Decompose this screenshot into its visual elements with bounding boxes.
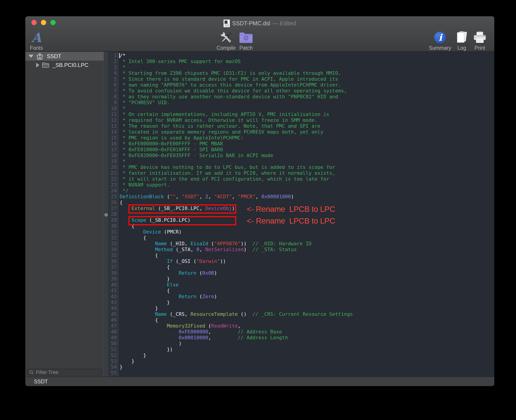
line-number: 19 (108, 158, 117, 164)
rename-annotation-1: <- Rename LPCB to LPC (247, 204, 335, 214)
code-line: * To avoid confusion we disable this dev… (120, 88, 494, 94)
line-number: 24 (108, 188, 117, 194)
line-number: 50 (108, 341, 117, 346)
code-line: * PMC region is used by AppleIntelPCHPMC… (120, 135, 494, 141)
code-line: * required for NVRAM access. Otherwise i… (120, 117, 494, 123)
line-number: 35 (108, 253, 117, 258)
code-line: * PMC device has nothing to do to LPC bu… (120, 164, 494, 170)
code-line: Name (_CRS, ResourceTemplate () // _CRS:… (120, 311, 494, 317)
app-window: SSDT-PMC.dsl — Edited A Fonts (25, 16, 494, 386)
line-number: 18 (108, 153, 117, 158)
code-line: * NVRAM support. (120, 182, 494, 188)
code-line: * 0xFE000000~0xFE00FFFF - PMC MBAR (120, 141, 494, 147)
line-number: 54 (108, 364, 117, 370)
print-label: Print (474, 45, 485, 51)
code-line: * The reason for this is rather unclear.… (120, 123, 494, 129)
line-number: 49 (108, 335, 117, 341)
line-number: 34 (108, 247, 117, 253)
window-edited-flag: — Edited (273, 20, 296, 27)
line-number: 44 (108, 305, 117, 311)
line-number: 17 (108, 147, 117, 153)
line-number: 55 (108, 370, 117, 376)
code-line: Return (Zero) (120, 294, 494, 300)
line-number: 4 (108, 70, 117, 76)
line-number: 43 (108, 300, 117, 305)
code-line: 0xFE000000, // Address Base (120, 329, 494, 335)
tree-item-ssdt[interactable]: SSDT (25, 52, 104, 60)
sidebar-tree-panel: SSDT _SB.PCI0.LPC (25, 52, 104, 377)
code-line: { (120, 253, 494, 258)
toolbar: A Fonts (25, 30, 494, 51)
tree-item-sb-pci0-lpc[interactable]: _SB.PCI0.LPC (25, 60, 104, 69)
line-number: 52 (108, 352, 117, 358)
line-number: 6 (108, 82, 117, 88)
line-number: 10 (108, 105, 117, 112)
tree-item-label: SSDT (47, 53, 61, 60)
line-number: 29 (108, 217, 117, 223)
disclosure-right-icon[interactable] (36, 63, 39, 68)
code-line: { (120, 317, 494, 323)
code-line: * 0xFE010000~0xFE010FFF - SPI BAR0 (120, 147, 494, 153)
code-line: } (120, 300, 494, 305)
code-line: }) (120, 346, 494, 352)
code-line: 0x00010000, // Address Length (120, 335, 494, 341)
code-line: { (120, 288, 494, 294)
print-button[interactable]: Print (463, 30, 494, 51)
bookmark-dot (105, 213, 108, 217)
code-line: * Intel 300-series PMC support for macOS (120, 59, 494, 64)
disclosure-down-icon[interactable] (29, 55, 33, 58)
line-number: 47 (108, 323, 117, 329)
code-line: * faster initialisation. If we add it to… (120, 170, 494, 176)
line-number: 7 (108, 88, 117, 94)
filter-tree-input[interactable] (36, 369, 98, 375)
line-number: 9 (108, 100, 117, 105)
window-header: SSDT-PMC.dsl — Edited A Fonts (25, 16, 494, 52)
code-line: } (120, 276, 494, 282)
line-number: 40 (108, 282, 117, 288)
code-line: * Starting from Z390 chipsets PMC (D31:F… (120, 70, 494, 76)
line-number: 5 (108, 76, 117, 82)
titlebar: SSDT-PMC.dsl — Edited (25, 16, 494, 30)
line-number: 53 (108, 358, 117, 364)
line-number: 39 (108, 276, 117, 282)
fonts-button[interactable]: A Fonts (25, 30, 53, 51)
document-icon (224, 20, 230, 27)
code-area[interactable]: /* * Intel 300-series PMC support for ma… (118, 52, 494, 377)
code-line: * (120, 158, 494, 164)
line-number: 13 (108, 123, 117, 129)
patch-icon: ⚙ (239, 30, 253, 45)
code-line: * On certain implementations, including … (120, 112, 494, 117)
line-numbers: 1234567891011121314151617181920212223242… (108, 52, 118, 377)
line-number: 8 (108, 94, 117, 100)
code-line: * located in separate memory regions and… (120, 129, 494, 135)
line-number: 37 (108, 264, 117, 270)
main-content: SSDT _SB.PCI0.LPC 1 (25, 52, 494, 377)
code-line: } (120, 358, 494, 364)
line-number: 21 (108, 170, 117, 176)
code-line: Device (PMCR) (120, 229, 494, 235)
code-editor: 1234567891011121314151617181920212223242… (104, 52, 494, 377)
line-number: 36 (108, 258, 117, 264)
line-number: 30 (108, 223, 117, 229)
window-title-group: SSDT-PMC.dsl — Edited (25, 16, 494, 30)
filter-tree-field[interactable] (27, 369, 102, 376)
code-line: Else (120, 282, 494, 288)
line-number: 38 (108, 270, 117, 276)
patch-label: Patch (239, 45, 253, 51)
text-caret (119, 53, 120, 58)
code-line: /* (120, 53, 494, 59)
fonts-icon: A (31, 30, 41, 45)
patch-button[interactable]: ⚙ Patch (229, 30, 263, 51)
line-number: 42 (108, 294, 117, 300)
code-line: ) (120, 341, 494, 346)
line-number: 15 (108, 135, 117, 141)
status-path: SSDT (34, 379, 48, 385)
line-number: 3 (108, 64, 117, 70)
house-icon (36, 53, 44, 60)
code-line: Return (0x0B) (120, 270, 494, 276)
code-line: } (120, 364, 494, 370)
line-number: 51 (108, 346, 117, 352)
line-number: 31 (108, 229, 117, 235)
code-line: } (120, 352, 494, 358)
code-line: * "PCHRESV" UID. (120, 100, 494, 105)
